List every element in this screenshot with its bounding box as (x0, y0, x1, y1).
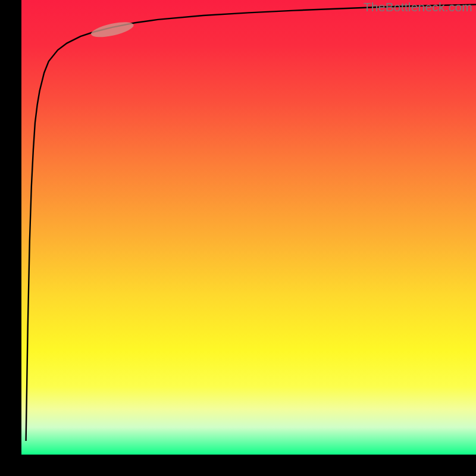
highlight-blob-icon (90, 19, 135, 40)
x-axis-border (0, 455, 476, 476)
plot-svg (21, 0, 476, 455)
plot-area: TheBottleneck.com (21, 0, 476, 455)
chart-container: TheBottleneck.com (0, 0, 476, 476)
bottleneck-curve (26, 5, 476, 441)
y-axis-border (0, 0, 21, 476)
